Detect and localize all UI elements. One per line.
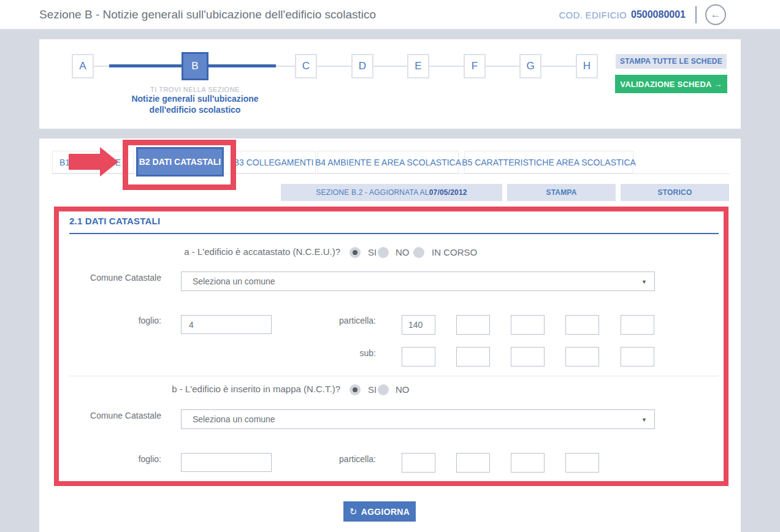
- particella-b-input-1[interactable]: [402, 453, 435, 473]
- sub-input-2[interactable]: [456, 347, 490, 367]
- tab-b1-label-start: B1: [59, 158, 70, 167]
- vertical-divider: [695, 6, 697, 23]
- section-title-rule: [69, 233, 719, 234]
- particella-a-input-5[interactable]: [621, 315, 654, 335]
- comune-catastale-a-select[interactable]: Seleziona un comune ▼: [181, 272, 655, 291]
- particella-b-label: particella:: [270, 454, 376, 464]
- particella-a-label: particella:: [270, 316, 376, 325]
- tab-b5-caratteristiche[interactable]: B5 CARATTERISTICHE AREA SCOLASTICA: [464, 151, 633, 173]
- section-updated-button[interactable]: SEZIONE B.2 - AGGIORNATA AL 07/05/2012: [281, 184, 502, 201]
- back-arrow-icon: ←: [711, 9, 721, 20]
- question-a-label: a - L'edificio è accatastato (N.C.E.U.)?: [69, 246, 340, 257]
- tab-b1-label-end-fragment: NE: [109, 158, 121, 167]
- particella-b-input-2[interactable]: [456, 453, 490, 473]
- radio-a-incorso-label: IN CORSO: [432, 247, 477, 257]
- foglio-b-input[interactable]: [181, 453, 272, 472]
- stepper-panel: A B C D E F G H TI TROVI NELLA SEZIONE N…: [39, 39, 741, 129]
- top-bar: Sezione B - Notizie generali sull'ubicaz…: [0, 0, 780, 29]
- step-e[interactable]: E: [407, 54, 429, 78]
- section-updated-text: SEZIONE B.2 - AGGIORNATA AL: [316, 188, 429, 197]
- step-f[interactable]: F: [464, 54, 486, 78]
- print-all-sheets-button[interactable]: STAMPA TUTTE LE SCHEDE: [616, 54, 727, 69]
- radio-a-no-label: NO: [396, 247, 410, 257]
- step-d[interactable]: D: [351, 54, 373, 78]
- tab-b3-collegamenti[interactable]: B3 COLLEGAMENTI: [231, 151, 316, 173]
- sub-label: sub:: [270, 348, 376, 358]
- validate-sheet-button[interactable]: VALIDAZIONE SCHEDA →: [615, 75, 727, 93]
- row-divider: [69, 376, 719, 376]
- particella-b-input-4[interactable]: [565, 453, 599, 473]
- particella-a-input-1[interactable]: [402, 315, 435, 335]
- refresh-icon: ↻: [350, 506, 358, 517]
- radio-b-no[interactable]: [378, 384, 389, 395]
- chevron-down-icon: ▼: [641, 279, 647, 285]
- page: Sezione B - Notizie generali sull'ubicaz…: [0, 0, 780, 532]
- step-a[interactable]: A: [72, 54, 94, 78]
- radio-a-incorso[interactable]: [413, 247, 424, 258]
- foglio-b-label: foglio:: [69, 454, 161, 464]
- question-b-label: b - L'edificio è inserito in mappa (N.C.…: [69, 384, 340, 394]
- stampa-button[interactable]: STAMPA: [507, 184, 616, 201]
- particella-a-input-4[interactable]: [565, 315, 599, 335]
- particella-b-input-3[interactable]: [511, 453, 545, 473]
- back-button[interactable]: ←: [705, 4, 726, 25]
- sub-input-5[interactable]: [621, 347, 654, 367]
- comune-catastale-b-select[interactable]: Seleziona un comune ▼: [181, 409, 655, 429]
- storico-button[interactable]: STORICO: [621, 184, 729, 201]
- stepper-section-title-line1: Notizie generali sull'ubicazione: [131, 94, 258, 104]
- comune-catastale-b-label: Comune Catastale: [69, 411, 161, 420]
- content-panel: B1 NE B2 DATI CATASTALI B3 COLLEGAMENTI …: [39, 139, 741, 532]
- particella-a-input-2[interactable]: [456, 315, 490, 335]
- sub-input-3[interactable]: [511, 347, 545, 367]
- radio-b-no-label: NO: [396, 384, 410, 395]
- radio-b-si[interactable]: [350, 384, 361, 395]
- comune-catastale-a-label: Comune Catastale: [69, 273, 161, 283]
- building-code-value: 0500080001: [631, 9, 686, 20]
- step-g[interactable]: G: [519, 54, 541, 78]
- tab-b2-dati-catastali[interactable]: B2 DATI CATASTALI: [136, 147, 224, 177]
- form-section-title: 2.1 DATI CATASTALI: [69, 216, 160, 226]
- building-code-label: COD. EDIFICIO: [559, 10, 627, 20]
- comune-b-selected-value: Seleziona un comune: [193, 414, 275, 424]
- arrow-right-icon: →: [714, 80, 722, 89]
- sub-input-4[interactable]: [565, 347, 599, 367]
- tab-b4-ambiente[interactable]: B4 AMBIENTE E AREA SCOLASTICA: [318, 151, 459, 173]
- radio-a-si[interactable]: [350, 247, 361, 258]
- radio-a-no[interactable]: [378, 247, 389, 258]
- foglio-a-input[interactable]: [181, 315, 272, 334]
- building-code-area: COD. EDIFICIO 0500080001 ←: [559, 0, 726, 29]
- step-c[interactable]: C: [295, 54, 317, 78]
- foglio-a-label: foglio:: [69, 316, 161, 325]
- aggiorna-button[interactable]: ↻AGGIORNA: [343, 501, 416, 522]
- sub-input-1[interactable]: [402, 347, 435, 367]
- radio-a-si-label: SI: [368, 247, 377, 257]
- stepper-section-title-line2: dell'edificio scolastico: [150, 105, 241, 115]
- radio-b-si-label: SI: [368, 384, 377, 395]
- chevron-down-icon: ▼: [641, 417, 647, 423]
- tab-b1[interactable]: B1 NE: [52, 151, 134, 173]
- particella-a-input-3[interactable]: [511, 315, 545, 335]
- stepper-caption: TI TROVI NELLA SEZIONE: [150, 86, 240, 93]
- step-h[interactable]: H: [576, 54, 598, 78]
- step-b[interactable]: B: [182, 52, 208, 80]
- comune-a-selected-value: Seleziona un comune: [193, 276, 275, 286]
- section-updated-date: 07/05/2012: [429, 188, 467, 197]
- page-title: Sezione B - Notizie generali sull'ubicaz…: [39, 0, 376, 29]
